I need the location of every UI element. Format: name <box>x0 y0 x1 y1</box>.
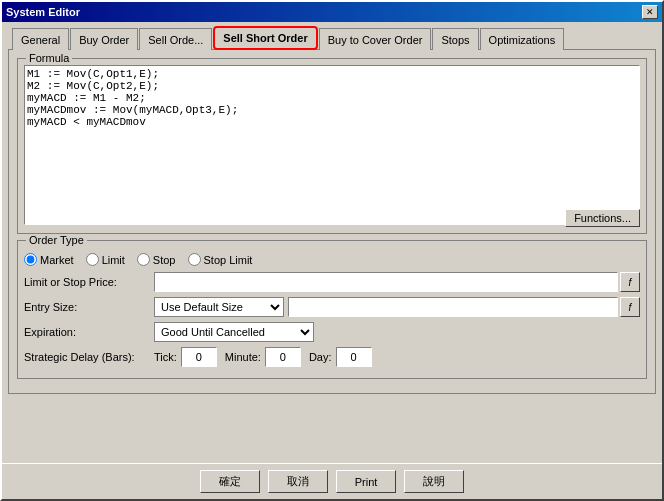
tab-sell-order[interactable]: Sell Orde... <box>139 28 212 50</box>
tick-label: Tick: <box>154 351 177 363</box>
formula-groupbox: Formula Functions... <box>17 58 647 234</box>
radio-stop[interactable]: Stop <box>137 253 176 266</box>
entry-size-input[interactable] <box>288 297 618 317</box>
delay-label: Strategic Delay (Bars): <box>24 351 154 363</box>
system-editor-window: System Editor ✕ General Buy Order Sell O… <box>0 0 664 501</box>
formula-legend: Formula <box>26 52 72 64</box>
tab-buy-order[interactable]: Buy Order <box>70 28 138 50</box>
functions-button[interactable]: Functions... <box>565 209 640 227</box>
entry-size-select[interactable]: Use Default Size Contracts Shares Dollar… <box>154 297 284 317</box>
radio-market[interactable]: Market <box>24 253 74 266</box>
strategic-delay-row: Strategic Delay (Bars): Tick: Minute: Da… <box>24 347 640 367</box>
tick-input[interactable] <box>181 347 217 367</box>
expiration-select[interactable]: Good Until Cancelled Day GTC <box>154 322 314 342</box>
title-bar: System Editor ✕ <box>2 2 662 22</box>
expiration-label: Expiration: <box>24 326 154 338</box>
main-content: General Buy Order Sell Orde... Sell Shor… <box>2 22 662 398</box>
order-type-options: Market Limit Stop Stop Limit <box>24 253 640 266</box>
radio-stop-limit[interactable]: Stop Limit <box>188 253 253 266</box>
tab-sell-short-order[interactable]: Sell Short Order <box>213 26 317 50</box>
title-bar-controls: ✕ <box>642 5 658 19</box>
entry-label: Entry Size: <box>24 301 154 313</box>
tab-buy-to-cover[interactable]: Buy to Cover Order <box>319 28 432 50</box>
order-type-legend: Order Type <box>26 234 87 246</box>
day-label: Day: <box>309 351 332 363</box>
minute-input[interactable] <box>265 347 301 367</box>
limit-price-row: Limit or Stop Price: f <box>24 272 640 292</box>
tab-optimizations[interactable]: Optimizations <box>480 28 565 50</box>
help-button[interactable]: 說明 <box>404 470 464 493</box>
close-button[interactable]: ✕ <box>642 5 658 19</box>
tab-panel: Formula Functions... Order Type Market L… <box>8 49 656 394</box>
bottom-bar: 確定 取消 Print 說明 <box>2 463 662 499</box>
print-button[interactable]: Print <box>336 470 396 493</box>
minute-label: Minute: <box>225 351 261 363</box>
order-type-groupbox: Order Type Market Limit Stop Stop Limit <box>17 240 647 379</box>
limit-label: Limit or Stop Price: <box>24 276 154 288</box>
expiration-row: Expiration: Good Until Cancelled Day GTC <box>24 322 640 342</box>
tab-general[interactable]: General <box>12 28 69 50</box>
entry-size-row: Entry Size: Use Default Size Contracts S… <box>24 297 640 317</box>
cancel-button[interactable]: 取消 <box>268 470 328 493</box>
tab-stops[interactable]: Stops <box>432 28 478 50</box>
radio-limit[interactable]: Limit <box>86 253 125 266</box>
tab-bar: General Buy Order Sell Orde... Sell Shor… <box>8 26 656 50</box>
day-input[interactable] <box>336 347 372 367</box>
delay-inputs: Tick: Minute: Day: <box>154 347 372 367</box>
confirm-button[interactable]: 確定 <box>200 470 260 493</box>
limit-f-button[interactable]: f <box>620 272 640 292</box>
formula-textarea[interactable] <box>24 65 640 225</box>
limit-price-input[interactable] <box>154 272 618 292</box>
formula-container: Functions... <box>24 65 640 227</box>
window-title: System Editor <box>6 6 80 18</box>
entry-f-button[interactable]: f <box>620 297 640 317</box>
